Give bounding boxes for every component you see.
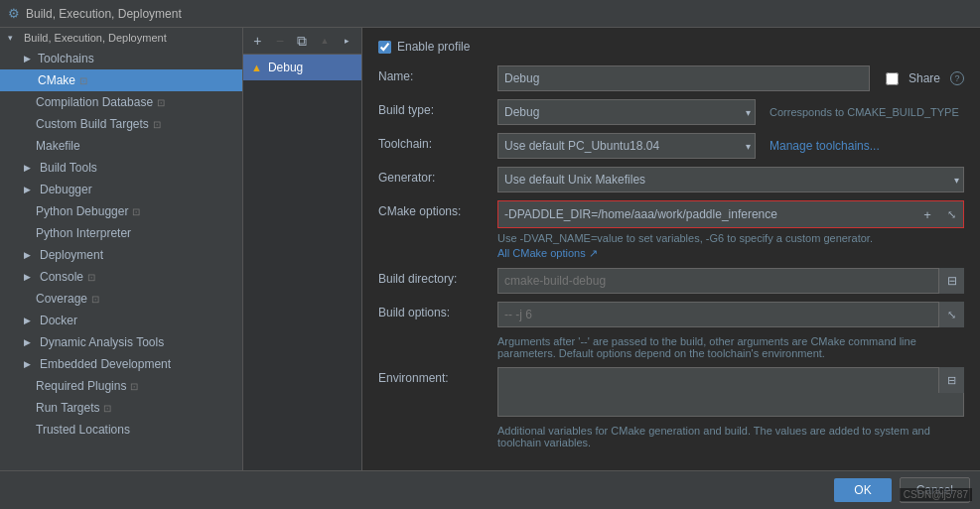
toolchain-label: Toolchain: bbox=[378, 133, 497, 151]
debug-profile-icon: ▲ bbox=[251, 62, 262, 73]
sidebar-item-label: Build Tools bbox=[40, 161, 97, 175]
remove-profile-button[interactable]: − bbox=[270, 30, 291, 52]
name-control: Share ? bbox=[497, 65, 964, 91]
build-options-hints: Arguments after '--' are passed to the b… bbox=[378, 335, 964, 359]
name-row: Name: Share ? bbox=[378, 65, 964, 91]
share-label: Share bbox=[909, 71, 940, 85]
build-options-input[interactable] bbox=[497, 302, 964, 327]
expand-arrow: ▶ bbox=[24, 337, 36, 347]
badge: ⊡ bbox=[153, 119, 161, 130]
generator-select[interactable]: Use default Unix Makefiles bbox=[497, 167, 964, 192]
more-options-button[interactable]: ▸ bbox=[337, 30, 357, 52]
content-area: + − ⧉ ▲ ▸ ▲ Debug Enable profile Name: bbox=[243, 28, 980, 470]
sidebar-item-compilation-database[interactable]: Compilation Database ⊡ bbox=[0, 91, 242, 113]
sidebar-item-dynamic-analysis-tools[interactable]: ▶ Dynamic Analysis Tools bbox=[0, 331, 242, 353]
build-directory-input[interactable] bbox=[497, 268, 964, 294]
badge: ⊡ bbox=[130, 381, 138, 392]
expand-arrow: ▾ bbox=[8, 33, 20, 43]
cmake-options-add-button[interactable]: + bbox=[915, 201, 939, 227]
sidebar-item-required-plugins[interactable]: Required Plugins ⊡ bbox=[0, 375, 242, 397]
share-checkbox[interactable] bbox=[886, 72, 899, 85]
expand-arrow: ▶ bbox=[24, 185, 36, 194]
settings-panel: Enable profile Name: Share ? Build type: bbox=[362, 28, 980, 470]
build-options-wrapper: ⤡ bbox=[497, 302, 964, 327]
toolchain-select[interactable]: Use default PC_Ubuntu18.04 bbox=[497, 133, 756, 159]
enable-profile-checkbox[interactable] bbox=[378, 41, 391, 54]
sidebar-item-label: Dynamic Analysis Tools bbox=[40, 335, 164, 349]
build-directory-row: Build directory: ⊟ bbox=[378, 268, 964, 294]
sidebar-item-debugger[interactable]: ▶ Debugger bbox=[0, 179, 242, 200]
sidebar-item-label: Build, Execution, Deployment bbox=[24, 32, 167, 44]
sidebar-item-label: Embedded Development bbox=[40, 357, 171, 371]
expand-arrow: ▶ bbox=[24, 316, 36, 325]
sidebar-item-run-targets[interactable]: Run Targets ⊡ bbox=[0, 397, 242, 419]
sidebar-item-label: Console bbox=[40, 270, 83, 284]
enable-profile-label: Enable profile bbox=[397, 40, 470, 54]
generator-row: Generator: Use default Unix Makefiles bbox=[378, 167, 964, 192]
manage-toolchains-link[interactable]: Manage toolchains... bbox=[770, 139, 880, 153]
sidebar-item-custom-build-targets[interactable]: Custom Build Targets ⊡ bbox=[0, 113, 242, 135]
share-help-icon[interactable]: ? bbox=[950, 71, 964, 85]
main-layout: ▾ Build, Execution, Deployment ▶ Toolcha… bbox=[0, 28, 980, 470]
sidebar-item-label: Python Interpreter bbox=[36, 226, 131, 240]
name-label: Name: bbox=[378, 65, 497, 83]
sidebar-item-coverage[interactable]: Coverage ⊡ bbox=[0, 288, 242, 310]
sidebar-item-label: Custom Build Targets bbox=[36, 117, 149, 131]
sidebar-item-docker[interactable]: ▶ Docker bbox=[0, 310, 242, 331]
profile-item-debug[interactable]: ▲ Debug bbox=[243, 55, 361, 80]
sidebar-item-toolchains[interactable]: ▶ Toolchains bbox=[0, 48, 242, 69]
build-options-hint-text: Arguments after '--' are passed to the b… bbox=[497, 335, 964, 359]
sidebar-item-console[interactable]: ▶ Console ⊡ bbox=[0, 266, 242, 288]
build-options-row: Build options: ⤡ bbox=[378, 302, 964, 327]
expand-arrow: ▶ bbox=[24, 54, 34, 64]
cmake-options-label: CMake options: bbox=[378, 200, 497, 218]
name-input[interactable] bbox=[497, 65, 870, 91]
environment-row: Environment: ⊟ bbox=[378, 367, 964, 417]
badge: ⊡ bbox=[103, 403, 111, 414]
expand-arrow: ▶ bbox=[24, 359, 36, 369]
build-directory-browse-button[interactable]: ⊟ bbox=[938, 268, 964, 294]
ok-button[interactable]: OK bbox=[834, 478, 891, 502]
environment-browse-button[interactable]: ⊟ bbox=[938, 367, 964, 393]
build-type-select[interactable]: Debug Release RelWithDebInfo MinSizeRel bbox=[497, 99, 756, 125]
all-cmake-options-link[interactable]: All CMake options ↗ bbox=[497, 247, 598, 259]
sidebar-item-build-execution-deployment[interactable]: ▾ Build, Execution, Deployment bbox=[0, 28, 242, 48]
toolchain-row: Toolchain: Use default PC_Ubuntu18.04 Ma… bbox=[378, 133, 964, 159]
title-bar: ⚙ Build, Execution, Deployment bbox=[0, 0, 980, 28]
badge: ⊡ bbox=[87, 272, 95, 283]
profile-toolbar: + − ⧉ ▲ ▸ bbox=[243, 28, 361, 55]
cmake-options-row: CMake options: + ⤡ bbox=[378, 200, 964, 228]
cmake-options-expand-button[interactable]: ⤡ bbox=[939, 201, 963, 227]
sidebar-item-makefile[interactable]: Makefile bbox=[0, 135, 242, 157]
bottom-bar: OK Cancel bbox=[0, 470, 980, 509]
sidebar-item-label: CMake bbox=[38, 73, 75, 87]
sidebar-item-label: Compilation Database bbox=[36, 95, 153, 109]
sidebar-item-embedded-development[interactable]: ▶ Embedded Development bbox=[0, 353, 242, 375]
badge: ⊡ bbox=[132, 206, 140, 217]
cmake-options-actions: + ⤡ bbox=[915, 201, 963, 227]
sidebar-item-python-debugger[interactable]: Python Debugger ⊡ bbox=[0, 200, 242, 222]
sidebar-item-label: Run Targets bbox=[36, 401, 99, 415]
toolchain-control: Use default PC_Ubuntu18.04 Manage toolch… bbox=[497, 133, 964, 159]
cmake-hint-text: Use -DVAR_NAME=value to set variables, -… bbox=[497, 232, 964, 244]
add-profile-button[interactable]: + bbox=[247, 30, 268, 52]
sidebar-item-python-interpreter[interactable]: Python Interpreter bbox=[0, 222, 242, 244]
sidebar-item-trusted-locations[interactable]: Trusted Locations bbox=[0, 419, 242, 441]
sidebar-item-build-tools[interactable]: ▶ Build Tools bbox=[0, 157, 242, 179]
generator-control: Use default Unix Makefiles bbox=[497, 167, 964, 192]
badge: ⊡ bbox=[157, 97, 165, 108]
build-type-label: Build type: bbox=[378, 99, 497, 117]
copy-profile-button[interactable]: ⧉ bbox=[292, 30, 313, 52]
badge: ⊡ bbox=[91, 294, 99, 305]
build-options-expand-button[interactable]: ⤡ bbox=[938, 302, 964, 327]
build-type-control: Debug Release RelWithDebInfo MinSizeRel … bbox=[497, 99, 964, 125]
sidebar-item-label: Debugger bbox=[40, 183, 92, 196]
move-up-button[interactable]: ▲ bbox=[315, 30, 336, 52]
sidebar-item-deployment[interactable]: ▶ Deployment bbox=[0, 244, 242, 266]
sidebar-item-label: Deployment bbox=[40, 248, 103, 262]
cmake-badge: ⊡ bbox=[79, 75, 87, 86]
cmake-options-input[interactable] bbox=[498, 201, 913, 227]
sidebar-item-cmake[interactable]: CMake ⊡ bbox=[0, 69, 242, 91]
environment-input[interactable] bbox=[497, 367, 964, 417]
expand-arrow: ▶ bbox=[24, 272, 36, 282]
